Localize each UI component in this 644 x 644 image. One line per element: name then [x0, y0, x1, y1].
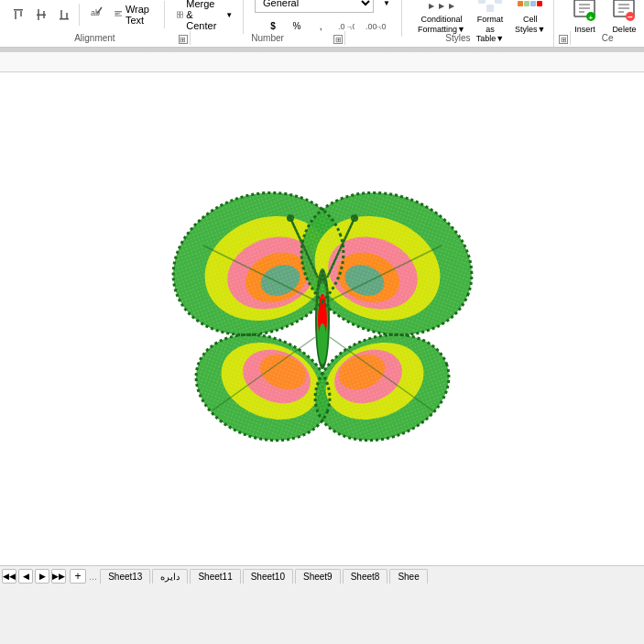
styles-label-section: Styles ⊞ — [345, 31, 571, 45]
orientation-btn[interactable]: ab — [85, 1, 107, 23]
ribbon: ab ↵ Wrap Text Merge & Center ▼ General — [0, 0, 644, 49]
prev-sheet-btn[interactable]: ◀ — [18, 569, 33, 584]
sheet-ellipsis: ... — [89, 571, 97, 582]
sheet-tab-sheet13[interactable]: Sheet13 — [100, 569, 150, 584]
number-group-label: Number — [251, 33, 284, 43]
number-label-section: Number ⊞ — [191, 31, 346, 45]
alignment-top-group — [4, 4, 80, 26]
svg-marker-18 — [178, 14, 179, 16]
middle-align-btn[interactable] — [30, 4, 52, 26]
conditional-formatting-icon: ▶ ▶ ▶ — [427, 0, 456, 15]
styles-group-label: Styles — [445, 33, 470, 43]
merge-center-btn[interactable]: Merge & Center ▼ — [170, 0, 239, 34]
cells-group-label: Ce — [602, 33, 614, 43]
sheet-tab-sheet8[interactable]: Sheet8 — [343, 569, 388, 584]
sheet-tab-daira[interactable]: دایره — [152, 569, 188, 584]
next-sheet-btn[interactable]: ▶ — [35, 569, 49, 584]
svg-marker-19 — [181, 14, 182, 16]
last-sheet-btn[interactable]: ▶▶ — [51, 569, 66, 584]
svg-rect-14 — [115, 16, 122, 16]
wrap-text-btn[interactable]: ↵ Wrap Text — [108, 1, 160, 28]
sheet-tab-sheet10[interactable]: Sheet10 — [243, 569, 293, 584]
merge-center-group: Merge & Center ▼ — [167, 0, 244, 34]
cells-label-section: Ce — [571, 31, 644, 45]
sheet-tab-nav: ◀◀ ◀ ▶ ▶▶ — [2, 569, 66, 584]
svg-point-59 — [319, 323, 326, 351]
number-format-more-btn[interactable]: ▼ — [376, 0, 398, 13]
first-sheet-btn[interactable]: ◀◀ — [2, 569, 16, 584]
main-content — [0, 72, 644, 565]
sheet-tab-sheet9[interactable]: Sheet9 — [295, 569, 341, 584]
svg-rect-6 — [60, 18, 69, 20]
bottom-align-btn[interactable] — [53, 4, 75, 26]
merge-center-label: Merge & Center — [186, 0, 223, 31]
svg-rect-12 — [115, 11, 122, 12]
delete-icon: − — [609, 0, 639, 25]
alignment-group-label: Alignment — [74, 33, 115, 43]
butterfly-svg — [148, 145, 497, 493]
insert-icon: + — [570, 0, 599, 25]
svg-text:.0: .0 — [379, 22, 386, 31]
cell-styles-icon — [516, 0, 545, 15]
sheet-tab-sheet11[interactable]: Sheet11 — [190, 569, 240, 584]
svg-text:−: − — [628, 11, 633, 21]
sheet-tabs: ◀◀ ◀ ▶ ▶▶ + ... Sheet13 دایره Sheet11 Sh… — [0, 565, 644, 585]
svg-text:.00: .00 — [350, 22, 355, 31]
scroll-indicator — [0, 49, 644, 52]
butterfly-container — [0, 72, 644, 565]
svg-point-67 — [281, 169, 492, 358]
number-group-expander[interactable]: ⊞ — [333, 35, 343, 44]
add-sheet-btn[interactable]: + — [70, 569, 86, 584]
alignment-group-expander[interactable]: ⊞ — [179, 35, 188, 44]
ribbon-row1: ab ↵ Wrap Text Merge & Center ▼ General — [0, 0, 644, 29]
number-format-select[interactable]: General Number Currency Accounting Short… — [255, 0, 374, 13]
svg-text:.0: .0 — [338, 22, 345, 31]
styles-group-expander[interactable]: ⊞ — [559, 35, 568, 44]
svg-rect-0 — [14, 9, 23, 11]
format-as-table-icon — [475, 0, 505, 15]
orientation-wrap-group: ab ↵ Wrap Text — [82, 1, 165, 28]
svg-text:+: + — [589, 13, 594, 21]
svg-rect-13 — [115, 13, 120, 14]
formula-bar — [0, 52, 644, 72]
sheet-tab-shee[interactable]: Shee — [389, 569, 427, 584]
merge-center-dropdown-icon[interactable]: ▼ — [225, 11, 233, 19]
wrap-text-label: Wrap Text — [126, 4, 154, 26]
alignment-label-section: Alignment ⊞ — [0, 31, 191, 45]
top-align-btn[interactable] — [7, 4, 29, 26]
